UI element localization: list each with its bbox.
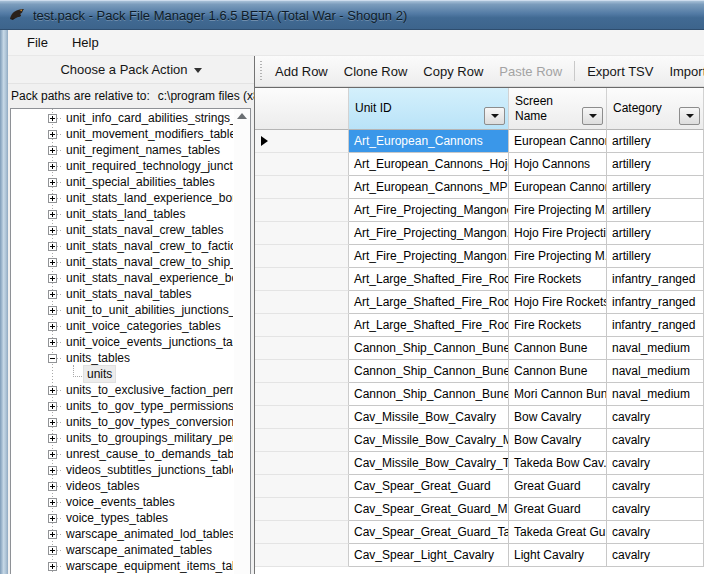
menu-file[interactable]: File bbox=[16, 31, 59, 54]
tree-item-label[interactable]: unit_voice_categories_tables bbox=[63, 318, 224, 334]
grid-cell[interactable]: Art_European_Cannons_MP bbox=[349, 176, 509, 199]
grid-corner-cell[interactable] bbox=[255, 88, 349, 130]
grid-cell[interactable]: cavalry bbox=[607, 475, 704, 498]
grid-cell[interactable]: Cav_Missile_Bow_Cavalry_T... bbox=[349, 452, 509, 475]
tree-expand-icon[interactable] bbox=[48, 146, 57, 155]
grid-cell[interactable]: naval_medium bbox=[607, 337, 704, 360]
grid-cell[interactable]: cavalry bbox=[607, 429, 704, 452]
row-header[interactable] bbox=[255, 268, 349, 291]
row-header[interactable] bbox=[255, 498, 349, 521]
grid-cell[interactable]: Art_European_Cannons_Hojo bbox=[349, 153, 509, 176]
tree-item-label[interactable]: unit_stats_naval_tables bbox=[63, 286, 194, 302]
grid-cell[interactable]: artillery bbox=[607, 130, 704, 153]
tree-item-label[interactable]: unit_stats_land_experience_bonu bbox=[63, 190, 233, 206]
tree-item[interactable]: unit_info_card_abilities_strings_ta bbox=[11, 110, 233, 126]
grid-cell[interactable]: cavalry bbox=[607, 544, 704, 567]
tree-item-label[interactable]: units_to_groupings_military_permi bbox=[63, 430, 233, 446]
tree-item[interactable]: warscape_equipment_items_table bbox=[11, 558, 233, 574]
scroll-up-icon[interactable] bbox=[237, 113, 247, 119]
grid-cell[interactable]: artillery bbox=[607, 199, 704, 222]
grid-cell[interactable]: Cannon Bune bbox=[509, 360, 607, 383]
grid-cell[interactable]: artillery bbox=[607, 176, 704, 199]
tree-expand-icon[interactable] bbox=[48, 466, 57, 475]
tree-item-label[interactable]: unit_movement_modifiers_tables bbox=[63, 126, 233, 142]
row-header[interactable] bbox=[255, 245, 349, 268]
row-header[interactable] bbox=[255, 429, 349, 452]
grid-cell[interactable]: Great Guard bbox=[509, 475, 607, 498]
tree-item[interactable]: units bbox=[11, 366, 233, 382]
grid-cell[interactable]: infantry_ranged bbox=[607, 268, 704, 291]
tree-item-label[interactable]: units_to_gov_types_conversion_j bbox=[63, 414, 233, 430]
grid-cell[interactable]: Bow Cavalry bbox=[509, 406, 607, 429]
copy-row-button[interactable]: Copy Row bbox=[415, 60, 491, 83]
tree-expand-icon[interactable] bbox=[48, 194, 57, 203]
grid-cell[interactable]: Bow Cavalry bbox=[509, 429, 607, 452]
column-filter-button[interactable] bbox=[679, 107, 700, 125]
tree-item-label[interactable]: unit_stats_land_tables bbox=[63, 206, 188, 222]
grid-cell[interactable]: Takeda Bow Cav... bbox=[509, 452, 607, 475]
grid-cell[interactable]: Cannon_Ship_Cannon_Bune... bbox=[349, 360, 509, 383]
tree-item-label[interactable]: videos_tables bbox=[63, 478, 142, 494]
row-header[interactable] bbox=[255, 314, 349, 337]
add-row-button[interactable]: Add Row bbox=[267, 60, 336, 83]
tree-expand-icon[interactable] bbox=[48, 210, 57, 219]
tree-item-label[interactable]: unit_to_unit_abilities_junctions_ta bbox=[63, 302, 233, 318]
tree-item[interactable]: units_to_gov_types_conversion_j bbox=[11, 414, 233, 430]
tree-scrollbar[interactable] bbox=[234, 109, 250, 574]
grid-cell[interactable]: artillery bbox=[607, 222, 704, 245]
grid-cell[interactable]: Fire Rockets bbox=[509, 314, 607, 337]
tree-item[interactable]: units_to_exclusive_faction_permis bbox=[11, 382, 233, 398]
grid-cell[interactable]: cavalry bbox=[607, 498, 704, 521]
tree-expand-icon[interactable] bbox=[48, 290, 57, 299]
tree-item[interactable]: units_to_gov_type_permissions_ta bbox=[11, 398, 233, 414]
grid-cell[interactable]: cavalry bbox=[607, 406, 704, 429]
tree-expand-icon[interactable] bbox=[48, 306, 57, 315]
column-filter-button[interactable] bbox=[582, 107, 603, 125]
column-header-category[interactable]: Category bbox=[607, 88, 704, 130]
tree-item-label[interactable]: unit_regiment_names_tables bbox=[63, 142, 223, 158]
tree-item[interactable]: unit_stats_naval_crew_to_faction bbox=[11, 238, 233, 254]
tree-item[interactable]: unit_movement_modifiers_tables bbox=[11, 126, 233, 142]
tree-item[interactable]: unit_stats_naval_crew_tables bbox=[11, 222, 233, 238]
tree-expand-icon[interactable] bbox=[48, 530, 57, 539]
tree-expand-icon[interactable] bbox=[48, 434, 57, 443]
import-tsv-button[interactable]: Import TSV bbox=[661, 60, 704, 83]
grid-cell[interactable]: Cav_Spear_Light_Cavalry bbox=[349, 544, 509, 567]
tree-item-label[interactable]: unit_info_card_abilities_strings_ta bbox=[63, 110, 233, 126]
tree-item-label[interactable]: units_to_exclusive_faction_permis bbox=[63, 382, 233, 398]
row-header[interactable] bbox=[255, 475, 349, 498]
tree-item[interactable]: warscape_animated_lod_tables bbox=[11, 526, 233, 542]
grid-cell[interactable]: Great Guard bbox=[509, 498, 607, 521]
tree-item[interactable]: unit_stats_land_tables bbox=[11, 206, 233, 222]
grid-cell[interactable]: Art_Fire_Projecting_Mangon... bbox=[349, 222, 509, 245]
tree-item[interactable]: unit_special_abilities_tables bbox=[11, 174, 233, 190]
choose-pack-action-button[interactable]: Choose a Pack Action bbox=[8, 56, 254, 84]
grid-cell[interactable]: cavalry bbox=[607, 521, 704, 544]
tree-item-label[interactable]: unrest_cause_to_demands_tables bbox=[63, 446, 233, 462]
tree-item[interactable]: units_to_groupings_military_permi bbox=[11, 430, 233, 446]
grid-cell[interactable]: Hojo Cannons bbox=[509, 153, 607, 176]
grid-cell[interactable]: Art_Fire_Projecting_Mangonels bbox=[349, 199, 509, 222]
grid-cell[interactable]: Art_Fire_Projecting_Mangon... bbox=[349, 245, 509, 268]
grid-cell[interactable]: Art_Large_Shafted_Fire_Roc... bbox=[349, 314, 509, 337]
grid-cell[interactable]: Cannon_Ship_Cannon_Bune... bbox=[349, 383, 509, 406]
grid-cell[interactable]: infantry_ranged bbox=[607, 314, 704, 337]
tree-expand-icon[interactable] bbox=[48, 258, 57, 267]
grid-cell[interactable]: European Cannons bbox=[509, 176, 607, 199]
row-header[interactable] bbox=[255, 291, 349, 314]
grid-cell[interactable]: naval_medium bbox=[607, 360, 704, 383]
row-header[interactable] bbox=[255, 360, 349, 383]
row-header[interactable] bbox=[255, 521, 349, 544]
grid-cell[interactable]: naval_medium bbox=[607, 383, 704, 406]
tree-item-label[interactable]: unit_stats_naval_crew_to_ship_c bbox=[63, 254, 233, 270]
tree-expand-icon[interactable] bbox=[48, 274, 57, 283]
tree-item-label[interactable]: warscape_animated_tables bbox=[63, 542, 215, 558]
tree-expand-icon[interactable] bbox=[48, 482, 57, 491]
tree-expand-icon[interactable] bbox=[48, 386, 57, 395]
row-header[interactable] bbox=[255, 130, 349, 153]
tree-expand-icon[interactable] bbox=[48, 242, 57, 251]
clone-row-button[interactable]: Clone Row bbox=[336, 60, 416, 83]
tree-item[interactable]: warscape_animated_tables bbox=[11, 542, 233, 558]
grid-cell[interactable]: Cav_Missile_Bow_Cavalry_MP bbox=[349, 429, 509, 452]
tree-item-label[interactable]: voice_types_tables bbox=[63, 510, 171, 526]
